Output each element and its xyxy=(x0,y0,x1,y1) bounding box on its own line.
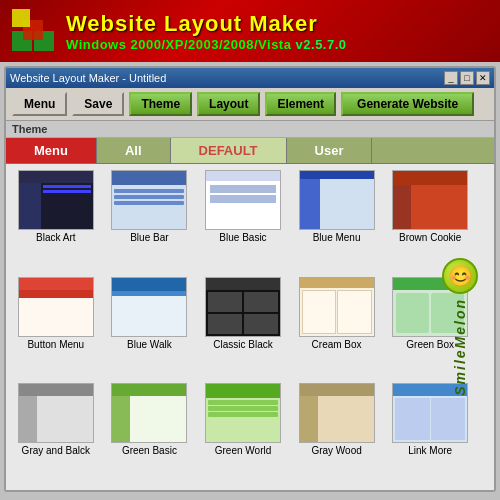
theme-name-classic-black: Classic Black xyxy=(213,339,272,350)
menu-button[interactable]: Menu xyxy=(12,92,67,116)
theme-item-gray-wood[interactable]: Gray Wood xyxy=(293,383,381,484)
theme-thumb-link-more xyxy=(392,383,468,443)
theme-thumb-blue-menu xyxy=(299,170,375,230)
theme-thumb-black-art xyxy=(18,170,94,230)
theme-item-black-art[interactable]: Black Art xyxy=(12,170,100,271)
save-button[interactable]: Save xyxy=(72,92,124,116)
theme-name-green-box: Green Box xyxy=(406,339,454,350)
tab-menu[interactable]: Menu xyxy=(6,138,97,163)
theme-name-link-more: Link More xyxy=(408,445,452,456)
close-button[interactable]: ✕ xyxy=(476,71,490,85)
theme-item-blue-walk[interactable]: Blue Walk xyxy=(106,277,194,378)
theme-thumb-classic-black xyxy=(205,277,281,337)
theme-name-cream-box: Cream Box xyxy=(312,339,362,350)
header-text: Website Layout Maker Windows 2000/XP/200… xyxy=(66,11,347,52)
tab-row: Menu All DEFAULT User xyxy=(6,138,494,164)
window-titlebar: Website Layout Maker - Untitled _ □ ✕ xyxy=(6,68,494,88)
theme-name-blue-walk: Blue Walk xyxy=(127,339,172,350)
element-button[interactable]: Element xyxy=(265,92,336,116)
theme-thumb-blue-bar xyxy=(111,170,187,230)
theme-item-green-world[interactable]: Green World xyxy=(199,383,287,484)
minimize-button[interactable]: _ xyxy=(444,71,458,85)
theme-thumb-gray-wood xyxy=(299,383,375,443)
theme-item-blue-basic[interactable]: Blue Basic xyxy=(199,170,287,271)
main-window: Website Layout Maker - Untitled _ □ ✕ Me… xyxy=(4,66,496,492)
theme-name-black-art: Black Art xyxy=(36,232,75,243)
app-header: Website Layout Maker Windows 2000/XP/200… xyxy=(0,0,500,62)
theme-thumb-blue-basic xyxy=(205,170,281,230)
window-title: Website Layout Maker - Untitled xyxy=(10,72,166,84)
theme-item-link-more[interactable]: Link More xyxy=(386,383,474,484)
theme-item-green-box[interactable]: Green Box xyxy=(386,277,474,378)
app-logo-icon xyxy=(12,9,56,53)
theme-item-green-basic[interactable]: Green Basic xyxy=(106,383,194,484)
theme-name-green-basic: Green Basic xyxy=(122,445,177,456)
theme-item-cream-box[interactable]: Cream Box xyxy=(293,277,381,378)
tab-user[interactable]: User xyxy=(287,138,373,163)
theme-name-blue-bar: Blue Bar xyxy=(130,232,168,243)
theme-thumb-green-world xyxy=(205,383,281,443)
generate-button[interactable]: Generate Website xyxy=(341,92,474,116)
theme-item-button-menu[interactable]: Button Menu xyxy=(12,277,100,378)
app-subtitle: Windows 2000/XP/2003/2008/Vista v2.5.7.0 xyxy=(66,37,347,52)
theme-thumb-cream-box xyxy=(299,277,375,337)
theme-thumb-blue-walk xyxy=(111,277,187,337)
maximize-button[interactable]: □ xyxy=(460,71,474,85)
theme-name-brown-cookie: Brown Cookie xyxy=(399,232,461,243)
theme-name-green-world: Green World xyxy=(215,445,272,456)
section-label: Theme xyxy=(6,121,494,138)
svg-rect-3 xyxy=(12,9,30,27)
tab-all[interactable]: All xyxy=(97,138,171,163)
layout-button[interactable]: Layout xyxy=(197,92,260,116)
theme-grid: Black Art Blue Bar xyxy=(12,170,488,484)
tab-default[interactable]: DEFAULT xyxy=(171,138,287,163)
toolbar: Menu Save Theme Layout Element Generate … xyxy=(6,88,494,121)
theme-item-gray-back[interactable]: Gray and Balck xyxy=(12,383,100,484)
theme-button[interactable]: Theme xyxy=(129,92,192,116)
theme-thumb-brown-cookie xyxy=(392,170,468,230)
theme-name-blue-menu: Blue Menu xyxy=(313,232,361,243)
theme-thumb-green-box xyxy=(392,277,468,337)
theme-name-button-menu: Button Menu xyxy=(27,339,84,350)
theme-name-gray-wood: Gray Wood xyxy=(311,445,361,456)
window-controls: _ □ ✕ xyxy=(444,71,490,85)
theme-thumb-green-basic xyxy=(111,383,187,443)
theme-item-blue-bar[interactable]: Blue Bar xyxy=(106,170,194,271)
theme-thumb-button-menu xyxy=(18,277,94,337)
theme-item-classic-black[interactable]: Classic Black xyxy=(199,277,287,378)
theme-thumb-gray-back xyxy=(18,383,94,443)
theme-grid-area: Black Art Blue Bar xyxy=(6,164,494,490)
app-title: Website Layout Maker xyxy=(66,11,347,37)
theme-item-blue-menu[interactable]: Blue Menu xyxy=(293,170,381,271)
theme-name-gray-back: Gray and Balck xyxy=(22,445,90,456)
theme-item-brown-cookie[interactable]: Brown Cookie xyxy=(386,170,474,271)
theme-name-blue-basic: Blue Basic xyxy=(219,232,266,243)
version-label: v2.5.7.0 xyxy=(296,37,347,52)
